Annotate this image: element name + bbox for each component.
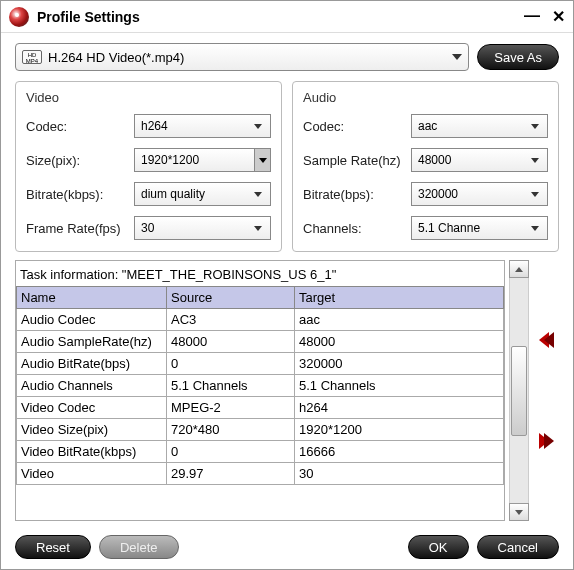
task-info-panel: Task information: "MEET_THE_ROBINSONS_US…	[15, 260, 505, 521]
save-as-button[interactable]: Save As	[477, 44, 559, 70]
table-cell-source: 0	[167, 353, 295, 375]
table-cell-name: Audio BitRate(bps)	[17, 353, 167, 375]
cancel-button[interactable]: Cancel	[477, 535, 559, 559]
task-table: Name Source Target Audio CodecAC3aacAudi…	[16, 286, 504, 485]
audio-samplerate-select[interactable]: 48000	[411, 148, 548, 172]
table-cell-name: Audio Channels	[17, 375, 167, 397]
audio-codec-select[interactable]: aac	[411, 114, 548, 138]
table-row: Audio BitRate(bps)0320000	[17, 353, 504, 375]
table-row: Audio SampleRate(hz)4800048000	[17, 331, 504, 353]
chevron-down-icon	[452, 54, 462, 60]
prev-task-button[interactable]	[539, 332, 554, 348]
chevron-down-icon	[254, 149, 270, 171]
table-cell-name: Video Codec	[17, 397, 167, 419]
delete-button[interactable]: Delete	[99, 535, 179, 559]
chevron-down-icon	[250, 226, 266, 231]
video-size-select[interactable]: 1920*1200	[134, 148, 271, 172]
audio-panel: Audio Codec: aac Sample Rate(hz) 48000 B…	[292, 81, 559, 252]
table-cell-target: 30	[295, 463, 504, 485]
col-header-name[interactable]: Name	[17, 287, 167, 309]
video-fps-label: Frame Rate(fps)	[26, 221, 134, 236]
video-bitrate-select[interactable]: dium quality	[134, 182, 271, 206]
table-cell-source: AC3	[167, 309, 295, 331]
table-cell-name: Video	[17, 463, 167, 485]
task-info-title: Task information: "MEET_THE_ROBINSONS_US…	[16, 261, 504, 286]
table-cell-target: aac	[295, 309, 504, 331]
table-cell-name: Video Size(pix)	[17, 419, 167, 441]
reset-button[interactable]: Reset	[15, 535, 91, 559]
scroll-track[interactable]	[509, 278, 529, 503]
scroll-thumb[interactable]	[511, 346, 527, 436]
audio-channels-select[interactable]: 5.1 Channe	[411, 216, 548, 240]
scroll-up-button[interactable]	[509, 260, 529, 278]
audio-bitrate-select[interactable]: 320000	[411, 182, 548, 206]
table-cell-source: MPEG-2	[167, 397, 295, 419]
audio-panel-title: Audio	[303, 90, 548, 105]
table-cell-name: Video BitRate(kbps)	[17, 441, 167, 463]
table-cell-target: 48000	[295, 331, 504, 353]
minimize-button[interactable]: —	[524, 7, 540, 26]
col-header-source[interactable]: Source	[167, 287, 295, 309]
audio-bitrate-label: Bitrate(bps):	[303, 187, 411, 202]
video-bitrate-label: Bitrate(kbps):	[26, 187, 134, 202]
chevron-down-icon	[250, 124, 266, 129]
video-codec-select[interactable]: h264	[134, 114, 271, 138]
chevron-down-icon	[527, 158, 543, 163]
video-fps-select[interactable]: 30	[134, 216, 271, 240]
chevron-down-icon	[527, 124, 543, 129]
video-panel-title: Video	[26, 90, 271, 105]
table-row: Video Size(pix)720*4801920*1200	[17, 419, 504, 441]
video-size-label: Size(pix):	[26, 153, 134, 168]
close-button[interactable]: ✕	[552, 7, 565, 26]
video-panel: Video Codec: h264 Size(pix): 1920*1200 B…	[15, 81, 282, 252]
audio-codec-label: Codec:	[303, 119, 411, 134]
chevron-down-icon	[527, 226, 543, 231]
table-row: Video BitRate(kbps)016666	[17, 441, 504, 463]
table-row: Video29.9730	[17, 463, 504, 485]
table-cell-target: 320000	[295, 353, 504, 375]
table-row: Video CodecMPEG-2h264	[17, 397, 504, 419]
table-cell-name: Audio SampleRate(hz)	[17, 331, 167, 353]
table-cell-source: 29.97	[167, 463, 295, 485]
table-row: Audio Channels5.1 Channels5.1 Channels	[17, 375, 504, 397]
scrollbar[interactable]	[509, 260, 529, 521]
scroll-down-button[interactable]	[509, 503, 529, 521]
table-cell-target: h264	[295, 397, 504, 419]
chevron-down-icon	[527, 192, 543, 197]
table-row: Audio CodecAC3aac	[17, 309, 504, 331]
format-icon: HDMP4	[22, 50, 42, 64]
video-codec-label: Codec:	[26, 119, 134, 134]
next-task-button[interactable]	[539, 433, 554, 449]
table-cell-source: 5.1 Channels	[167, 375, 295, 397]
table-cell-name: Audio Codec	[17, 309, 167, 331]
table-cell-target: 1920*1200	[295, 419, 504, 441]
profile-format-select[interactable]: HDMP4 H.264 HD Video(*.mp4)	[15, 43, 469, 71]
table-cell-source: 48000	[167, 331, 295, 353]
table-cell-target: 5.1 Channels	[295, 375, 504, 397]
table-cell-source: 720*480	[167, 419, 295, 441]
table-cell-source: 0	[167, 441, 295, 463]
ok-button[interactable]: OK	[408, 535, 469, 559]
audio-channels-label: Channels:	[303, 221, 411, 236]
table-cell-target: 16666	[295, 441, 504, 463]
audio-samplerate-label: Sample Rate(hz)	[303, 153, 411, 168]
profile-format-value: H.264 HD Video(*.mp4)	[48, 50, 452, 65]
chevron-down-icon	[250, 192, 266, 197]
col-header-target[interactable]: Target	[295, 287, 504, 309]
app-icon	[9, 7, 29, 27]
window-title: Profile Settings	[37, 9, 524, 25]
